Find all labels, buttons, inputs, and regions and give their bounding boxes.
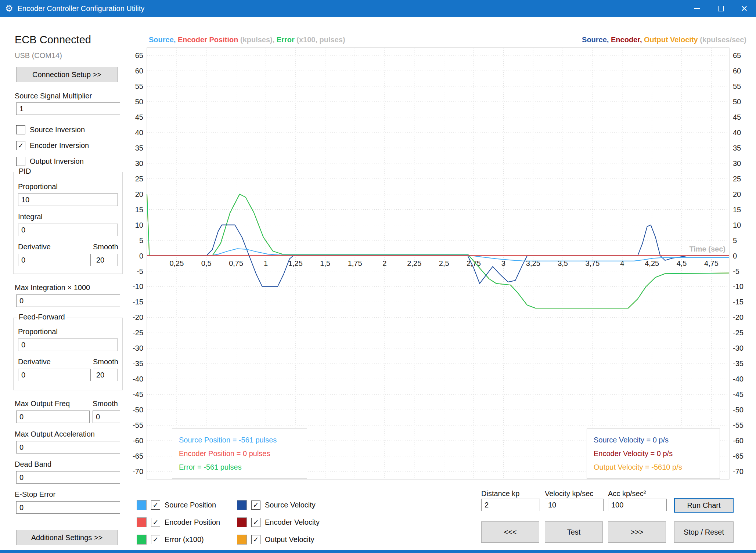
svg-text:55: 55 — [135, 82, 143, 90]
svg-text:-45: -45 — [733, 390, 744, 398]
legend-label: Error (x100) — [165, 535, 204, 544]
svg-text:35: 35 — [135, 144, 143, 152]
encoder-position-checkbox[interactable]: ✓ — [151, 518, 160, 527]
source-position-checkbox[interactable]: ✓ — [151, 500, 160, 510]
app-gear-icon: ⚙ — [5, 4, 13, 13]
svg-text:65: 65 — [135, 51, 143, 59]
svg-text:5: 5 — [139, 236, 143, 245]
svg-text:0,25: 0,25 — [169, 259, 184, 267]
svg-text:10: 10 — [733, 221, 741, 229]
readout-line: Encoder Velocity = 0 p/s — [594, 447, 713, 460]
output-velocity-swatch — [237, 535, 247, 545]
svg-text:65: 65 — [733, 51, 741, 59]
svg-text:3: 3 — [501, 259, 505, 267]
legend-label: Encoder Position — [165, 518, 220, 527]
chart-legend-position: Source, Encoder Position (kpulses), Erro… — [149, 36, 345, 44]
readout-line: Error = -561 pulses — [179, 460, 300, 474]
output-velocity-checkbox[interactable]: ✓ — [251, 535, 260, 544]
encoder-velocity-checkbox[interactable]: ✓ — [251, 518, 260, 527]
svg-text:20: 20 — [733, 190, 741, 198]
legend-text-part: Source, — [149, 36, 176, 44]
legend-row: ✓Source Velocity — [237, 496, 320, 514]
svg-text:0: 0 — [139, 252, 143, 260]
svg-text:-25: -25 — [733, 329, 744, 337]
svg-text:2: 2 — [382, 259, 386, 267]
svg-text:55: 55 — [733, 82, 741, 90]
svg-text:-60: -60 — [133, 437, 143, 445]
readout-line: Source Position = -561 pulses — [179, 433, 300, 447]
legend-label: Source Velocity — [265, 501, 316, 509]
svg-text:3,5: 3,5 — [558, 259, 568, 267]
svg-text:4,5: 4,5 — [677, 259, 687, 267]
svg-text:-20: -20 — [133, 313, 143, 321]
legend-text-part: Output Velocity — [642, 36, 698, 44]
legend-text-part: Source, — [582, 36, 609, 44]
svg-text:2,25: 2,25 — [407, 259, 421, 267]
velocity-readout-box: Source Velocity = 0 p/sEncoder Velocity … — [587, 429, 720, 479]
svg-text:1,5: 1,5 — [320, 259, 330, 267]
legend-label: Encoder Velocity — [265, 518, 320, 527]
source-velocity-checkbox[interactable]: ✓ — [251, 500, 260, 510]
svg-text:30: 30 — [733, 159, 741, 167]
svg-text:1,25: 1,25 — [288, 259, 303, 267]
readout-line: Encoder Position = 0 pulses — [179, 447, 300, 460]
source-position-swatch — [137, 500, 147, 510]
svg-text:-25: -25 — [133, 329, 143, 337]
maximize-icon — [718, 6, 724, 11]
readout-line: Output Velocity = -5610 p/s — [594, 460, 713, 474]
svg-text:2,5: 2,5 — [439, 259, 449, 267]
y-axis-labels-left: 65605550454035302520151050-5-10-15-20-25… — [133, 51, 143, 476]
svg-text:0: 0 — [733, 252, 737, 260]
maximize-button[interactable] — [709, 0, 732, 17]
svg-text:-50: -50 — [133, 406, 143, 414]
legend-row: ✓Encoder Velocity — [237, 514, 320, 531]
svg-text:-55: -55 — [133, 421, 143, 429]
svg-text:0,5: 0,5 — [201, 259, 212, 267]
window-controls: × — [685, 0, 756, 17]
title-bar: ⚙ Encoder Controller Configuration Utili… — [0, 0, 756, 17]
legend-row: ✓Source Position — [137, 496, 220, 514]
svg-text:2,75: 2,75 — [467, 259, 481, 267]
svg-text:-30: -30 — [733, 344, 744, 352]
svg-text:-50: -50 — [733, 406, 744, 414]
encoder-velocity-swatch — [237, 517, 247, 527]
svg-text:60: 60 — [135, 67, 143, 75]
svg-text:-40: -40 — [733, 375, 744, 383]
window-title: Encoder Controller Configuration Utility — [18, 4, 145, 13]
legend-text-part: Encoder, — [609, 36, 642, 44]
svg-text:60: 60 — [733, 67, 741, 75]
legend-row: ✓Encoder Position — [137, 514, 220, 531]
svg-text:5: 5 — [733, 236, 737, 245]
svg-text:35: 35 — [733, 144, 741, 152]
svg-text:-65: -65 — [133, 452, 143, 460]
readout-line: Source Velocity = 0 p/s — [594, 433, 713, 447]
y-axis-labels-right: 65605550454035302520151050-5-10-15-20-25… — [733, 51, 744, 476]
legend-label: Source Position — [165, 501, 216, 509]
minimize-button[interactable] — [685, 0, 709, 17]
svg-text:0,75: 0,75 — [229, 259, 243, 267]
legend-row: ✓Error (x100) — [137, 531, 220, 548]
svg-text:3,75: 3,75 — [586, 259, 600, 267]
encoder-position-swatch — [137, 517, 147, 527]
svg-text:-5: -5 — [733, 267, 739, 275]
svg-text:-40: -40 — [133, 375, 143, 383]
svg-text:-30: -30 — [133, 344, 143, 352]
legend-text-part: Encoder Position — [176, 36, 238, 44]
svg-text:-35: -35 — [733, 359, 744, 368]
legend-row: ✓Output Velocity — [237, 531, 320, 548]
svg-text:-15: -15 — [733, 298, 744, 306]
close-button[interactable]: × — [732, 0, 756, 17]
svg-text:50: 50 — [733, 98, 741, 106]
error-x100--checkbox[interactable]: ✓ — [151, 535, 160, 544]
time-axis-label: Time (sec) — [689, 245, 726, 253]
legend-text-part: (kpulses/sec) — [698, 36, 746, 44]
svg-text:45: 45 — [135, 113, 143, 121]
svg-text:4,25: 4,25 — [645, 259, 659, 267]
svg-text:-70: -70 — [733, 467, 744, 476]
svg-text:-35: -35 — [133, 359, 143, 368]
svg-text:-55: -55 — [733, 421, 744, 429]
svg-text:4,75: 4,75 — [704, 259, 719, 267]
svg-text:20: 20 — [135, 190, 143, 198]
svg-text:-10: -10 — [733, 282, 744, 290]
source-velocity-swatch — [237, 500, 247, 510]
